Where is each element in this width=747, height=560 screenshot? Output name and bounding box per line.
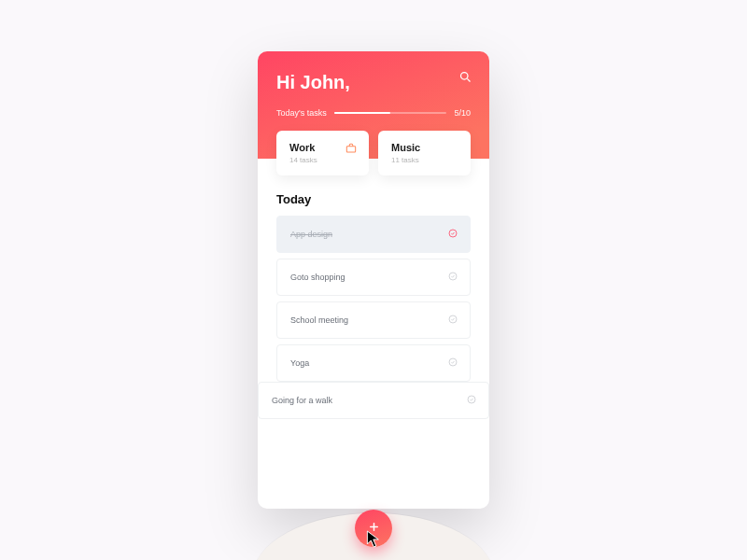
search-button[interactable]	[458, 70, 472, 88]
task-label: Yoga	[290, 358, 309, 368]
task-item[interactable]: Goto shopping	[276, 259, 471, 296]
svg-line-1	[467, 78, 470, 81]
check-done-icon[interactable]	[447, 228, 458, 241]
app-screen: Hi John, Today's tasks 5/10 Work 14 task…	[258, 51, 489, 509]
briefcase-icon	[345, 142, 358, 159]
search-icon	[458, 71, 472, 87]
progress-track	[334, 112, 447, 114]
progress-count: 5/10	[454, 108, 471, 118]
check-icon[interactable]	[447, 314, 458, 327]
check-icon[interactable]	[447, 271, 458, 284]
task-label: School meeting	[290, 315, 348, 325]
svg-point-7	[468, 396, 475, 403]
section-title: Today	[258, 175, 489, 216]
task-label: Going for a walk	[272, 396, 332, 405]
svg-point-3	[449, 230, 457, 237]
category-row: Work 14 tasks Music 11 tasks	[258, 131, 489, 175]
check-icon[interactable]	[447, 357, 458, 370]
svg-point-0	[461, 73, 469, 80]
progress-label: Today's tasks	[276, 108, 327, 118]
greeting-text: Hi John,	[276, 72, 471, 93]
task-item[interactable]: Going for a walk	[258, 382, 489, 419]
progress-row: Today's tasks 5/10	[276, 108, 471, 118]
check-icon[interactable]	[466, 394, 477, 407]
task-list: App design Goto shopping School meeting …	[258, 216, 489, 382]
svg-point-6	[449, 358, 457, 366]
category-card-music[interactable]: Music 11 tasks	[378, 131, 471, 175]
category-card-work[interactable]: Work 14 tasks	[276, 131, 369, 175]
category-subtitle: 11 tasks	[391, 156, 459, 164]
task-item[interactable]: School meeting	[276, 301, 471, 339]
task-item[interactable]: Yoga	[276, 344, 471, 382]
category-title: Music	[391, 142, 459, 153]
svg-rect-2	[346, 147, 355, 152]
add-task-button[interactable]	[355, 510, 392, 547]
progress-fill	[334, 112, 390, 114]
task-label: App design	[290, 230, 332, 239]
task-item[interactable]: App design	[276, 216, 471, 253]
svg-point-5	[449, 315, 457, 323]
plus-icon	[367, 520, 381, 538]
svg-point-4	[449, 273, 457, 280]
task-label: Goto shopping	[290, 273, 345, 282]
